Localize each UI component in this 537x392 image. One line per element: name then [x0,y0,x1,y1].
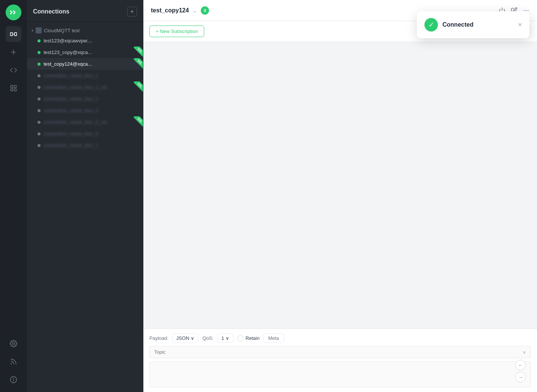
svg-rect-8 [14,89,17,91]
sidebar-item-add[interactable] [6,44,21,60]
group-collapse-icon: ▾ [32,29,33,33]
payload-format-arrow-icon: ∨ [191,335,194,341]
publish-toolbar: Payload: JSON ∨ QoS: 1 ∨ Retain Meta [149,333,531,343]
group-header[interactable]: ▾ CloudMQTT test [27,26,143,35]
qos-select[interactable]: 1 ∨ [217,333,233,343]
svg-point-9 [13,343,15,345]
connections-panel: Connections + ▾ CloudMQTT test test123@x… [27,0,143,392]
connection-title: test_copy124 [151,7,189,14]
back-button[interactable]: ← [515,360,526,370]
action-buttons: ← → [515,360,526,382]
connection-name: connection_name_blur_5_ssl [44,119,107,125]
connection-item[interactable]: connection_name_blur_2_ssl [27,81,143,93]
svg-point-15 [524,10,525,11]
payload-format-select[interactable]: JSON ∨ [172,333,199,343]
connected-title: Connected [442,21,513,28]
connections-title: Connections [33,8,69,15]
qos-value: 1 [221,335,224,341]
sidebar-item-info[interactable] [6,372,21,387]
connection-status-dot [38,144,41,147]
connection-item[interactable]: connection_name_blur_4 [27,105,143,116]
connection-status-dot [38,86,41,89]
connection-status-dot [38,39,41,42]
connection-group-cloudmqtt: ▾ CloudMQTT test test123@xqcawvpw:... te… [27,22,143,153]
qos-label: QoS: [202,335,214,341]
connection-status-dot [38,51,41,54]
svg-point-17 [528,10,528,11]
dropdown-arrow-icon[interactable]: ⌄ [193,8,197,14]
svg-rect-5 [11,86,13,88]
connection-status-dot [38,98,41,101]
payload-label: Payload: [149,335,168,341]
connection-status-dot [38,63,41,66]
connection-name: connection_name_blur_7 [44,143,98,148]
svg-rect-7 [11,89,13,91]
retain-label: Retain [245,335,260,341]
connection-name: connection_name_blur_6 [44,131,98,137]
ssl-badge [130,116,143,128]
retain-checkbox-input[interactable] [237,335,243,341]
topic-arrow-icon: ∨ [523,350,526,355]
forward-button[interactable]: → [515,372,526,382]
connections-header: Connections + [27,0,143,22]
sidebar-item-connections[interactable] [6,26,21,42]
svg-point-10 [11,363,12,364]
topic-row: ∨ [149,346,531,358]
connection-status-dot [38,132,41,135]
publish-area: Payload: JSON ∨ QoS: 1 ∨ Retain Meta [143,329,537,392]
connected-check-icon: ✓ [424,18,438,32]
content-area: + New Subscription Plaintext ∨ Payload: … [143,21,537,392]
connection-item-active[interactable]: test_copy124@xqca... [27,58,143,70]
message-input-area[interactable] [149,361,531,387]
connection-name: connection_name_blur_3 [44,96,98,102]
connection-status-dot [38,121,41,124]
connection-status-dot [38,109,41,112]
connection-name: connection_name_blur_4 [44,108,98,113]
topic-input[interactable] [154,349,523,355]
svg-rect-1 [15,33,17,36]
connection-item[interactable]: test123@xqcawvpw:... [27,35,143,47]
svg-rect-0 [11,33,13,36]
connection-item[interactable]: connection_name_blur_6 [27,128,143,140]
message-count-badge: 0 [201,6,209,15]
retain-toggle[interactable]: Retain [237,335,260,341]
sidebar-item-settings[interactable] [6,336,21,351]
connected-close-button[interactable]: × [518,21,522,28]
group-name: CloudMQTT test [44,28,80,33]
back-icon: ← [518,362,523,368]
sidebar-item-code[interactable] [6,62,21,78]
connected-popup: ✓ Connected × [417,11,529,38]
qos-arrow-icon: ∨ [226,335,229,341]
main-area: test_copy124 ⌄ 0 [143,0,537,392]
sidebar [0,0,27,392]
connection-item[interactable]: connection_name_blur_3 [27,93,143,105]
connection-status-dot [38,74,41,77]
add-connection-button[interactable]: + [127,7,137,17]
connection-name: test_copy124@xqca... [44,61,138,67]
forward-icon: → [518,374,523,380]
connection-item[interactable]: test123_copy@xqca... [27,47,143,58]
sidebar-item-subscribe[interactable] [6,354,21,369]
connection-name: test123_copy@xqca... [44,50,138,55]
new-subscription-button[interactable]: + New Subscription [149,26,204,37]
ssl-badge [130,81,143,93]
app-logo[interactable] [6,5,21,20]
connection-name: test123@xqcawvpw:... [44,38,138,44]
connection-item[interactable]: connection_name_blur_7 [27,140,143,151]
svg-rect-6 [14,86,17,88]
meta-button[interactable]: Meta [263,333,284,343]
messages-area [143,42,537,329]
connection-item[interactable]: connection_name_blur_5_ssl [27,116,143,128]
folder-icon [36,27,42,33]
connection-name: connection_name_blur_2_ssl [44,84,107,90]
connection-item[interactable]: connection_name_blur_1 [27,70,143,81]
connection-name: connection_name_blur_1 [44,73,98,78]
svg-point-16 [526,10,526,11]
payload-format-value: JSON [176,335,190,341]
sidebar-item-data[interactable] [6,80,21,96]
